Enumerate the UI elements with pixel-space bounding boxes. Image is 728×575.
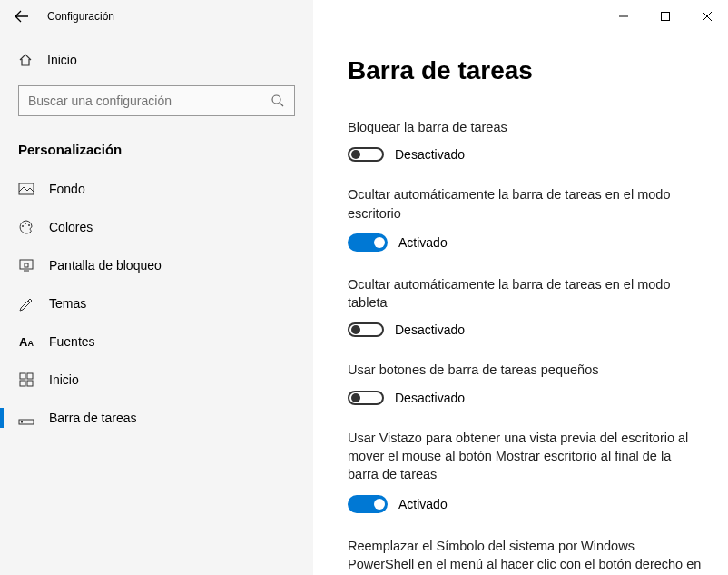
svg-point-3: [22, 225, 24, 227]
setting-label: Reemplazar el Símbolo del sistema por Wi…: [348, 537, 703, 575]
fonts-icon: AA: [18, 333, 34, 350]
sidebar-item-label: Temas: [49, 296, 86, 311]
search-box[interactable]: [18, 85, 295, 116]
sidebar-item-label: Pantalla de bloqueo: [49, 258, 162, 273]
setting-autohide-tablet: Ocultar automáticamente la barra de tare…: [348, 275, 703, 338]
toggle-state: Desactivado: [395, 391, 465, 405]
setting-label: Ocultar automáticamente la barra de tare…: [348, 185, 703, 223]
home-label: Inicio: [47, 53, 77, 67]
sidebar-item-label: Fondo: [49, 182, 85, 196]
toggle-autohide-tablet[interactable]: [348, 322, 384, 337]
window-title: Configuración: [47, 10, 114, 23]
toggle-autohide-desktop[interactable]: [348, 233, 388, 252]
setting-small-buttons: Usar botones de barra de tareas pequeños…: [348, 361, 703, 404]
sidebar: Inicio Personalización Fondo Colores Pan…: [0, 33, 313, 575]
lock-screen-icon: [18, 257, 34, 273]
maximize-icon: [661, 12, 670, 21]
sidebar-item-inicio[interactable]: Inicio: [0, 361, 313, 399]
svg-rect-13: [21, 421, 23, 423]
svg-rect-7: [25, 263, 28, 267]
svg-rect-11: [27, 381, 33, 386]
setting-powershell: Reemplazar el Símbolo del sistema por Wi…: [348, 537, 703, 575]
setting-label: Usar Vistazo para obtener una vista prev…: [348, 429, 703, 484]
page-title: Barra de tareas: [348, 56, 703, 85]
setting-label: Ocultar automáticamente la barra de tare…: [348, 275, 703, 312]
search-input[interactable]: [28, 94, 271, 108]
close-icon: [703, 12, 712, 21]
svg-point-5: [28, 224, 30, 226]
setting-label: Bloquear la barra de tareas: [348, 118, 703, 136]
back-arrow-icon: [15, 9, 29, 24]
svg-rect-8: [20, 373, 25, 379]
titlebar: Configuración: [0, 0, 728, 33]
sidebar-item-fondo[interactable]: Fondo: [0, 170, 313, 208]
sidebar-item-colores[interactable]: Colores: [0, 208, 313, 246]
sidebar-item-label: Colores: [49, 220, 93, 234]
sidebar-item-label: Inicio: [49, 372, 79, 387]
sidebar-item-barra-tareas[interactable]: Barra de tareas: [0, 399, 313, 437]
svg-point-4: [25, 223, 26, 224]
taskbar-icon: [18, 410, 34, 426]
toggle-state: Activado: [398, 497, 448, 511]
close-button[interactable]: [686, 2, 728, 31]
themes-icon: [18, 295, 34, 312]
sidebar-item-pantalla-bloqueo[interactable]: Pantalla de bloqueo: [0, 246, 313, 284]
svg-rect-9: [27, 373, 33, 379]
sidebar-item-label: Fuentes: [49, 334, 95, 349]
toggle-state: Desactivado: [395, 322, 465, 337]
toggle-state: Activado: [398, 235, 448, 250]
maximize-button[interactable]: [644, 2, 686, 31]
svg-rect-10: [20, 381, 25, 386]
toggle-peek[interactable]: [348, 495, 388, 513]
setting-peek: Usar Vistazo para obtener una vista prev…: [348, 429, 703, 513]
back-button[interactable]: [7, 2, 36, 31]
window-controls: [603, 2, 728, 31]
palette-icon: [18, 219, 34, 235]
setting-label: Usar botones de barra de tareas pequeños: [348, 361, 703, 379]
home-nav-item[interactable]: Inicio: [0, 44, 313, 76]
setting-lock-taskbar: Bloquear la barra de tareas Desactivado: [348, 118, 703, 162]
sidebar-item-temas[interactable]: Temas: [0, 284, 313, 322]
setting-autohide-desktop: Ocultar automáticamente la barra de tare…: [348, 185, 703, 252]
svg-rect-0: [662, 13, 670, 21]
home-icon: [18, 53, 33, 67]
toggle-state: Desactivado: [395, 147, 465, 162]
section-header: Personalización: [0, 134, 313, 170]
svg-point-1: [272, 95, 280, 104]
sidebar-item-label: Barra de tareas: [49, 411, 137, 425]
toggle-small-buttons[interactable]: [348, 391, 384, 405]
search-icon: [271, 94, 285, 108]
start-icon: [18, 372, 34, 388]
toggle-lock-taskbar[interactable]: [348, 147, 384, 162]
minimize-icon: [619, 12, 628, 21]
minimize-button[interactable]: [603, 2, 644, 31]
picture-icon: [18, 181, 34, 197]
main-content: Barra de tareas Bloquear la barra de tar…: [313, 33, 728, 575]
sidebar-item-fuentes[interactable]: AA Fuentes: [0, 322, 313, 361]
